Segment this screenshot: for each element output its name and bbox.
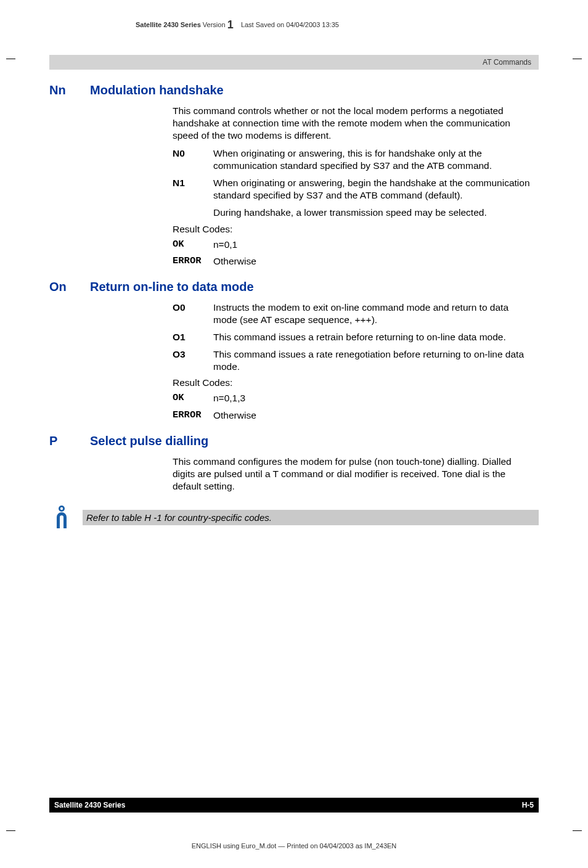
section-name: Return on-line to data mode — [90, 280, 254, 294]
note-callout: Refer to table H -1 for country-specific… — [49, 505, 539, 530]
result-tag: OK — [173, 392, 202, 404]
section-code: P — [49, 434, 79, 448]
result-row: OK n=0,1,3 — [173, 392, 533, 404]
definition-row: N0 When originating or answering, this i… — [173, 147, 533, 172]
print-info: ENGLISH using Euro_M.dot — Printed on 04… — [0, 842, 588, 850]
crop-mark — [573, 59, 582, 59]
document-header: Satellite 2430 Series Version 1 Last Sav… — [136, 18, 539, 31]
definition-row: O0 Instructs the modem to exit on-line c… — [173, 301, 533, 326]
definition-row: N1 When originating or answering, begin … — [173, 177, 533, 202]
definition-row: O3 This command issues a rate renegotiat… — [173, 348, 533, 373]
definition-tag: N0 — [173, 147, 202, 172]
crop-mark — [6, 830, 15, 831]
footer-left: Satellite 2430 Series — [54, 801, 125, 809]
definition-tag: O3 — [173, 348, 202, 373]
section-header-bar: AT Commands — [49, 55, 539, 70]
definition-text: This command issues a retrain before ret… — [213, 331, 533, 343]
section-title: On Return on-line to data mode — [49, 280, 539, 294]
definition-row: O1 This command issues a retrain before … — [173, 331, 533, 343]
section-header-text: AT Commands — [483, 58, 531, 67]
result-tag: ERROR — [173, 409, 202, 422]
crop-mark — [573, 830, 582, 831]
result-row: ERROR Otherwise — [173, 409, 533, 422]
definition-text: When originating or answering, begin the… — [213, 177, 533, 202]
result-text: n=0,1,3 — [213, 392, 533, 404]
section-p: P Select pulse dialling This command con… — [49, 434, 539, 492]
section-code: On — [49, 280, 79, 294]
note-text: Refer to table H -1 for country-specific… — [83, 510, 539, 525]
version-label: Version — [203, 21, 226, 28]
section-title: P Select pulse dialling — [49, 434, 539, 448]
result-row: OK n=0,1 — [173, 239, 533, 251]
svg-point-1 — [60, 507, 63, 509]
extra-paragraph: During handshake, a lower transmission s… — [213, 207, 533, 219]
info-icon — [49, 505, 74, 530]
result-text: Otherwise — [213, 255, 533, 268]
section-on: On Return on-line to data mode O0 Instru… — [49, 280, 539, 422]
result-text: Otherwise — [213, 409, 533, 422]
definition-text: This command issues a rate renegotiation… — [213, 348, 533, 373]
definition-tag: N1 — [173, 177, 202, 202]
footer-bar: Satellite 2430 Series H-5 — [49, 798, 539, 813]
intro-paragraph: This command controls whether or not the… — [173, 105, 533, 141]
section-nn: Nn Modulation handshake This command con… — [49, 83, 539, 268]
result-codes-label: Result Codes: — [173, 377, 533, 388]
page-content: Satellite 2430 Series Version 1 Last Sav… — [49, 18, 539, 850]
version-number: 1 — [227, 18, 234, 31]
result-text: n=0,1 — [213, 239, 533, 251]
section-code: Nn — [49, 83, 79, 97]
definition-text: Instructs the modem to exit on-line comm… — [213, 301, 533, 326]
section-name: Modulation handshake — [90, 83, 224, 97]
intro-paragraph: This command configures the modem for pu… — [173, 456, 533, 492]
section-name: Select pulse dialling — [90, 434, 208, 448]
result-tag: ERROR — [173, 255, 202, 268]
result-tag: OK — [173, 239, 202, 251]
section-body: O0 Instructs the modem to exit on-line c… — [173, 301, 533, 422]
section-title: Nn Modulation handshake — [49, 83, 539, 97]
crop-mark — [6, 59, 15, 59]
definition-tag: O1 — [173, 331, 202, 343]
series-name: Satellite 2430 Series — [136, 21, 201, 28]
last-saved: Last Saved on 04/04/2003 13:35 — [241, 21, 339, 28]
definition-tag: O0 — [173, 301, 202, 326]
footer-right: H-5 — [522, 801, 534, 809]
section-body: This command controls whether or not the… — [173, 105, 533, 268]
section-body: This command configures the modem for pu… — [173, 456, 533, 492]
result-row: ERROR Otherwise — [173, 255, 533, 268]
result-codes-label: Result Codes: — [173, 224, 533, 235]
definition-text: When originating or answering, this is f… — [213, 147, 533, 172]
